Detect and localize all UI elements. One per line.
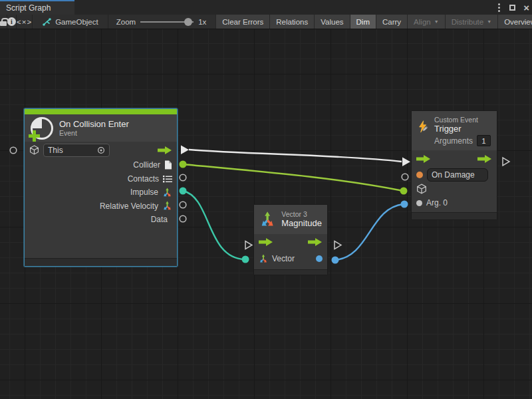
magnitude-flow-out-port[interactable] xyxy=(334,241,341,249)
distribute-button[interactable]: Distribute ▼ xyxy=(445,15,498,29)
flow-output-arrow-icon[interactable] xyxy=(158,146,172,154)
node-title: On Collision Enter xyxy=(59,119,129,129)
node-on-collision-enter[interactable]: On Collision Enter Event This xyxy=(24,108,178,267)
relative-velocity-output-port[interactable] xyxy=(180,201,186,208)
flow-in-triangle[interactable] xyxy=(402,158,410,167)
title-bar: Script Graph × xyxy=(0,0,532,15)
flow-out-triangle[interactable] xyxy=(181,146,189,155)
dim-button[interactable]: Dim xyxy=(350,15,376,29)
this-object-field[interactable]: This xyxy=(43,144,110,157)
contacts-list-icon[interactable] xyxy=(163,175,172,183)
lock-icon xyxy=(0,21,7,26)
event-name-input-port[interactable] xyxy=(402,174,408,180)
code-view-button[interactable]: <×> xyxy=(17,15,33,29)
zoom-slider-handle[interactable] xyxy=(184,18,192,26)
flow-output-arrow-icon[interactable] xyxy=(477,155,492,163)
chevron-down-icon: ▼ xyxy=(434,19,439,24)
info-button[interactable]: i xyxy=(7,15,17,29)
collision-event-icon xyxy=(31,117,53,140)
port-label-contacts: Contacts xyxy=(128,174,159,184)
node-header[interactable]: Custom Event Trigger Arguments 1 xyxy=(412,111,497,150)
node-header[interactable]: Vector 3 Magnitude xyxy=(254,205,327,234)
custom-event-bolt-icon xyxy=(418,116,428,138)
carry-label: Carry xyxy=(382,18,401,26)
float-output-port[interactable] xyxy=(316,255,323,262)
carry-button[interactable]: Carry xyxy=(376,15,407,29)
zoom-label: Zoom xyxy=(116,18,136,26)
align-label: Align xyxy=(414,18,431,26)
graph-canvas[interactable]: On Collision Enter Event This xyxy=(0,29,532,399)
vector3-icon[interactable] xyxy=(162,201,172,211)
vector-input-port[interactable] xyxy=(242,256,249,263)
gameobject-cube-icon xyxy=(29,145,39,155)
overview-button[interactable]: Overview xyxy=(497,15,532,29)
vector3-icon[interactable] xyxy=(162,188,172,198)
values-label: Values xyxy=(321,18,343,26)
graph-link-icon xyxy=(42,17,51,27)
relations-button[interactable]: Relations xyxy=(269,15,314,29)
node-custom-event-trigger[interactable]: Custom Event Trigger Arguments 1 On Dam xyxy=(411,110,497,220)
arguments-count-field[interactable]: 1 xyxy=(477,135,491,146)
collider-doc-icon[interactable] xyxy=(164,160,172,170)
gameobject-selector[interactable]: GameObject xyxy=(33,15,108,29)
align-button[interactable]: Align ▼ xyxy=(407,15,445,29)
zoom-slider[interactable] xyxy=(140,21,194,23)
flow-output-arrow-icon[interactable] xyxy=(308,238,323,246)
graph-toolbar: i <×> GameObject Zoom 1x Clear Errors Re… xyxy=(0,15,532,29)
contacts-output-port[interactable] xyxy=(180,174,186,181)
arg-port-dot[interactable] xyxy=(416,200,422,206)
distribute-label: Distribute xyxy=(452,18,484,26)
gameobject-label: GameObject xyxy=(55,18,98,26)
node-header[interactable]: On Collision Enter Event xyxy=(25,114,177,142)
values-button[interactable]: Values xyxy=(314,15,349,29)
vector3-icon xyxy=(259,209,275,229)
gameobject-cube-icon[interactable] xyxy=(416,184,427,194)
relations-label: Relations xyxy=(276,18,308,26)
wire-collider-green[interactable] xyxy=(183,164,403,191)
flow-input-arrow-icon[interactable] xyxy=(259,238,273,246)
node-title: Magnitude xyxy=(281,218,322,228)
magnitude-output-port[interactable] xyxy=(332,257,339,264)
node-type-label: Custom Event xyxy=(434,116,491,124)
node-vector3-magnitude[interactable]: Vector 3 Magnitude Vector xyxy=(253,204,328,275)
data-output-port[interactable] xyxy=(180,215,186,222)
clear-errors-button[interactable]: Clear Errors xyxy=(215,15,269,29)
port-label-collider: Collider xyxy=(133,160,160,170)
port-label-data: Data xyxy=(151,215,168,224)
vector3-icon[interactable] xyxy=(259,254,268,263)
magnitude-flow-in-port[interactable] xyxy=(245,241,252,249)
wire-magnitude-blue[interactable] xyxy=(335,204,404,260)
close-icon[interactable]: × xyxy=(523,3,529,13)
node-footer xyxy=(254,269,327,275)
arguments-label: Arguments xyxy=(434,136,473,146)
dim-label: Dim xyxy=(356,18,370,26)
node-subtitle: Event xyxy=(59,129,129,137)
string-port-dot[interactable] xyxy=(416,172,423,178)
custom-event-flow-out-port[interactable] xyxy=(503,158,509,166)
chevron-down-icon: ▼ xyxy=(487,19,491,24)
tab-script-graph[interactable]: Script Graph xyxy=(0,0,74,15)
wire-flow-white[interactable] xyxy=(189,150,402,162)
zoom-value: 1x xyxy=(198,18,206,26)
maximize-icon[interactable] xyxy=(509,5,515,11)
event-name-value: On Damage xyxy=(432,170,475,180)
impulse-output-port[interactable] xyxy=(180,188,187,195)
info-icon: i xyxy=(7,17,16,26)
collider-output-port[interactable] xyxy=(180,161,187,168)
target-input-port[interactable] xyxy=(400,188,408,195)
code-icon: <×> xyxy=(17,18,32,26)
lock-button[interactable] xyxy=(0,15,7,29)
node-accent-bar xyxy=(25,109,177,114)
this-field-value: This xyxy=(48,146,63,155)
event-name-field[interactable]: On Damage xyxy=(427,168,488,182)
object-picker-icon[interactable] xyxy=(97,146,105,154)
node-title: Trigger xyxy=(434,124,491,134)
window-menu-icon[interactable] xyxy=(497,2,501,13)
arg0-input-port[interactable] xyxy=(401,201,408,208)
flow-input-arrow-icon[interactable] xyxy=(416,155,431,163)
this-input-port[interactable] xyxy=(10,147,17,154)
port-label-impulse: Impulse xyxy=(130,188,158,197)
wire-impulse-teal[interactable] xyxy=(183,191,245,259)
zoom-control: Zoom 1x xyxy=(108,15,215,29)
port-label-relative-velocity: Relative Velocity xyxy=(100,201,158,211)
